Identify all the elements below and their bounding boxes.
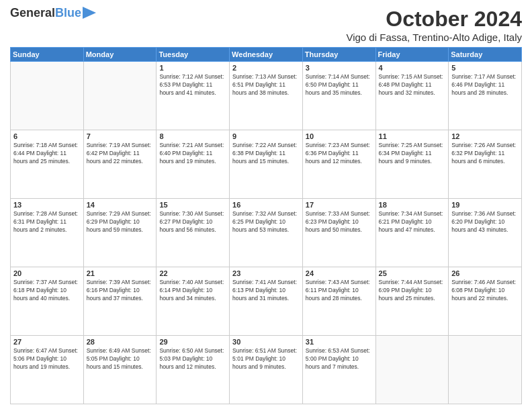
day-number: 2: [232, 64, 300, 72]
table-row: 8Sunrise: 7:21 AM Sunset: 6:40 PM Daylig…: [157, 130, 230, 199]
table-row: 13Sunrise: 7:28 AM Sunset: 6:31 PM Dayli…: [11, 199, 84, 267]
table-row: 23Sunrise: 7:41 AM Sunset: 6:13 PM Dayli…: [230, 267, 303, 336]
day-info: Sunrise: 7:29 AM Sunset: 6:29 PM Dayligh…: [87, 210, 154, 234]
header-sunday: Sunday: [11, 48, 84, 62]
table-row: 16Sunrise: 7:32 AM Sunset: 6:25 PM Dayli…: [230, 199, 303, 267]
day-info: Sunrise: 7:17 AM Sunset: 6:46 PM Dayligh…: [451, 73, 519, 97]
table-row: 26Sunrise: 7:46 AM Sunset: 6:08 PM Dayli…: [449, 267, 522, 336]
table-row: [11, 62, 84, 130]
header-saturday: Saturday: [449, 48, 522, 62]
day-info: Sunrise: 7:21 AM Sunset: 6:40 PM Dayligh…: [159, 142, 226, 166]
day-number: 19: [451, 201, 519, 209]
table-row: 1Sunrise: 7:12 AM Sunset: 6:53 PM Daylig…: [157, 62, 230, 130]
header-friday: Friday: [375, 48, 449, 62]
day-info: Sunrise: 7:37 AM Sunset: 6:18 PM Dayligh…: [13, 279, 81, 303]
day-number: 12: [451, 132, 519, 140]
table-row: 9Sunrise: 7:22 AM Sunset: 6:38 PM Daylig…: [230, 130, 303, 199]
day-info: Sunrise: 7:46 AM Sunset: 6:08 PM Dayligh…: [451, 279, 519, 303]
table-row: 27Sunrise: 6:47 AM Sunset: 5:06 PM Dayli…: [11, 336, 84, 404]
header-wednesday: Wednesday: [230, 48, 303, 62]
day-info: Sunrise: 6:47 AM Sunset: 5:06 PM Dayligh…: [13, 347, 81, 371]
logo-general: General: [10, 6, 55, 19]
day-number: 28: [87, 338, 154, 346]
day-number: 15: [159, 201, 226, 209]
day-number: 27: [13, 338, 81, 346]
header-tuesday: Tuesday: [157, 48, 230, 62]
table-row: 30Sunrise: 6:51 AM Sunset: 5:01 PM Dayli…: [230, 336, 303, 404]
logo-text: GeneralBlue: [10, 7, 81, 19]
day-info: Sunrise: 7:33 AM Sunset: 6:23 PM Dayligh…: [306, 210, 373, 234]
day-number: 5: [451, 64, 519, 72]
day-info: Sunrise: 7:15 AM Sunset: 6:48 PM Dayligh…: [379, 73, 446, 97]
table-row: 10Sunrise: 7:23 AM Sunset: 6:36 PM Dayli…: [302, 130, 375, 199]
logo: GeneralBlue: [10, 7, 96, 19]
calendar-header-row: Sunday Monday Tuesday Wednesday Thursday…: [11, 48, 522, 62]
day-number: 13: [13, 201, 81, 209]
day-info: Sunrise: 6:49 AM Sunset: 5:05 PM Dayligh…: [87, 347, 154, 371]
calendar-week-row: 1Sunrise: 7:12 AM Sunset: 6:53 PM Daylig…: [11, 62, 522, 130]
table-row: 29Sunrise: 6:50 AM Sunset: 5:03 PM Dayli…: [157, 336, 230, 404]
day-number: 10: [306, 132, 373, 140]
day-info: Sunrise: 7:18 AM Sunset: 6:44 PM Dayligh…: [13, 142, 81, 166]
table-row: 6Sunrise: 7:18 AM Sunset: 6:44 PM Daylig…: [11, 130, 84, 199]
table-row: 22Sunrise: 7:40 AM Sunset: 6:14 PM Dayli…: [157, 267, 230, 336]
table-row: 28Sunrise: 6:49 AM Sunset: 5:05 PM Dayli…: [83, 336, 157, 404]
day-number: 23: [232, 269, 300, 277]
table-row: 14Sunrise: 7:29 AM Sunset: 6:29 PM Dayli…: [83, 199, 157, 267]
title-block: October 2024 Vigo di Fassa, Trentino-Alt…: [346, 7, 522, 43]
day-info: Sunrise: 7:26 AM Sunset: 6:32 PM Dayligh…: [451, 142, 519, 166]
day-info: Sunrise: 6:53 AM Sunset: 5:00 PM Dayligh…: [306, 347, 373, 371]
day-info: Sunrise: 7:13 AM Sunset: 6:51 PM Dayligh…: [232, 73, 300, 97]
table-row: 18Sunrise: 7:34 AM Sunset: 6:21 PM Dayli…: [375, 199, 449, 267]
day-info: Sunrise: 7:28 AM Sunset: 6:31 PM Dayligh…: [13, 210, 81, 234]
day-info: Sunrise: 7:30 AM Sunset: 6:27 PM Dayligh…: [159, 210, 226, 234]
day-number: 14: [87, 201, 154, 209]
day-info: Sunrise: 7:32 AM Sunset: 6:25 PM Dayligh…: [232, 210, 300, 234]
table-row: 24Sunrise: 7:43 AM Sunset: 6:11 PM Dayli…: [302, 267, 375, 336]
table-row: 19Sunrise: 7:36 AM Sunset: 6:20 PM Dayli…: [449, 199, 522, 267]
month-title: October 2024: [346, 7, 522, 32]
table-row: 20Sunrise: 7:37 AM Sunset: 6:18 PM Dayli…: [11, 267, 84, 336]
day-info: Sunrise: 7:40 AM Sunset: 6:14 PM Dayligh…: [159, 279, 226, 303]
table-row: [375, 336, 449, 404]
calendar-week-row: 13Sunrise: 7:28 AM Sunset: 6:31 PM Dayli…: [11, 199, 522, 267]
svg-marker-0: [83, 7, 96, 19]
day-number: 24: [306, 269, 373, 277]
day-number: 18: [379, 201, 446, 209]
calendar-week-row: 20Sunrise: 7:37 AM Sunset: 6:18 PM Dayli…: [11, 267, 522, 336]
table-row: 7Sunrise: 7:19 AM Sunset: 6:42 PM Daylig…: [83, 130, 157, 199]
header-thursday: Thursday: [302, 48, 375, 62]
day-number: 7: [87, 132, 154, 140]
table-row: 4Sunrise: 7:15 AM Sunset: 6:48 PM Daylig…: [375, 62, 449, 130]
header-monday: Monday: [83, 48, 157, 62]
day-info: Sunrise: 7:43 AM Sunset: 6:11 PM Dayligh…: [306, 279, 373, 303]
day-info: Sunrise: 7:44 AM Sunset: 6:09 PM Dayligh…: [379, 279, 446, 303]
table-row: 25Sunrise: 7:44 AM Sunset: 6:09 PM Dayli…: [375, 267, 449, 336]
header: GeneralBlue October 2024 Vigo di Fassa, …: [10, 7, 522, 43]
day-number: 3: [306, 64, 373, 72]
page: GeneralBlue October 2024 Vigo di Fassa, …: [0, 0, 532, 411]
day-info: Sunrise: 7:34 AM Sunset: 6:21 PM Dayligh…: [379, 210, 446, 234]
day-number: 1: [159, 64, 226, 72]
day-number: 21: [87, 269, 154, 277]
day-number: 20: [13, 269, 81, 277]
day-number: 16: [232, 201, 300, 209]
day-number: 29: [159, 338, 226, 346]
day-info: Sunrise: 7:22 AM Sunset: 6:38 PM Dayligh…: [232, 142, 300, 166]
table-row: 5Sunrise: 7:17 AM Sunset: 6:46 PM Daylig…: [449, 62, 522, 130]
day-number: 26: [451, 269, 519, 277]
day-info: Sunrise: 7:41 AM Sunset: 6:13 PM Dayligh…: [232, 279, 300, 303]
table-row: [449, 336, 522, 404]
calendar-table: Sunday Monday Tuesday Wednesday Thursday…: [10, 47, 522, 404]
day-info: Sunrise: 7:12 AM Sunset: 6:53 PM Dayligh…: [159, 73, 226, 97]
day-info: Sunrise: 7:39 AM Sunset: 6:16 PM Dayligh…: [87, 279, 154, 303]
day-number: 31: [306, 338, 373, 346]
day-info: Sunrise: 7:25 AM Sunset: 6:34 PM Dayligh…: [379, 142, 446, 166]
day-info: Sunrise: 7:23 AM Sunset: 6:36 PM Dayligh…: [306, 142, 373, 166]
table-row: 12Sunrise: 7:26 AM Sunset: 6:32 PM Dayli…: [449, 130, 522, 199]
day-number: 9: [232, 132, 300, 140]
table-row: 3Sunrise: 7:14 AM Sunset: 6:50 PM Daylig…: [302, 62, 375, 130]
table-row: 17Sunrise: 7:33 AM Sunset: 6:23 PM Dayli…: [302, 199, 375, 267]
table-row: 21Sunrise: 7:39 AM Sunset: 6:16 PM Dayli…: [83, 267, 157, 336]
day-number: 8: [159, 132, 226, 140]
